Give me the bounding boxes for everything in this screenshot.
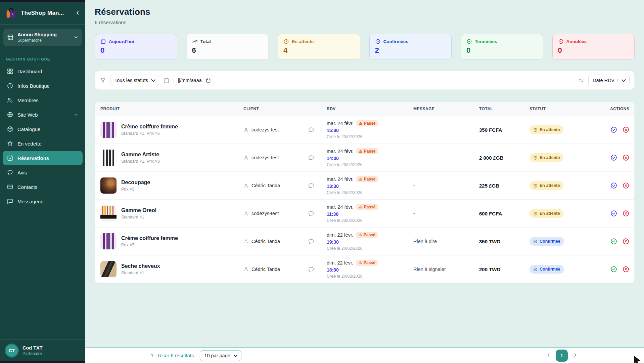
x-circle-icon bbox=[558, 39, 564, 44]
product-thumbnail bbox=[100, 261, 117, 277]
confirm-button[interactable] bbox=[610, 238, 617, 245]
chat-bubble-button[interactable] bbox=[308, 266, 315, 273]
info-circle-icon bbox=[7, 82, 13, 89]
rdv-date: dim. 22 févr. bbox=[327, 232, 353, 238]
envelope-icon bbox=[7, 184, 13, 190]
date-placeholder: jj/mm/aaaa bbox=[178, 78, 202, 83]
chevron-down-icon bbox=[73, 35, 79, 40]
passe-badge: Passé bbox=[356, 176, 378, 182]
product-thumbnail bbox=[100, 150, 117, 166]
sidebar-item-site-web[interactable]: Site Web bbox=[3, 108, 83, 122]
page-subtitle: 6 réservations bbox=[95, 19, 635, 25]
stat-value: 2 bbox=[375, 46, 446, 55]
total-cell: 350 FCFA bbox=[479, 127, 530, 133]
cancel-button[interactable] bbox=[622, 126, 630, 133]
rdv-created: Créé le 23/02/2026 bbox=[327, 218, 413, 223]
cancel-button[interactable] bbox=[622, 266, 630, 273]
stat-value: 0 bbox=[100, 46, 172, 55]
chat-bubble-button[interactable] bbox=[308, 210, 315, 217]
status-badge: En attente bbox=[530, 153, 563, 162]
sort-select[interactable]: Date RDV ↑ bbox=[588, 75, 630, 86]
app-title: TheShop Man... bbox=[21, 10, 71, 16]
table-header: PRODUIT CLIENT RDV MESSAGE TOTAL STATUT … bbox=[95, 102, 634, 116]
box-icon bbox=[7, 126, 13, 132]
confirm-button[interactable] bbox=[610, 182, 617, 189]
warning-icon bbox=[358, 261, 362, 265]
chevron-down-icon bbox=[74, 112, 79, 117]
sidebar-item-avis[interactable]: Avis bbox=[3, 165, 83, 179]
table-row: Crème coiffure femme Prix ×7 Cédric Tand… bbox=[95, 227, 634, 255]
cancel-button[interactable] bbox=[622, 238, 630, 245]
client-name: Cédric Tanda bbox=[251, 183, 280, 188]
reservations-table: PRODUIT CLIENT RDV MESSAGE TOTAL STATUT … bbox=[95, 102, 635, 283]
product-variant: Prix ×3 bbox=[121, 187, 150, 192]
sidebar-item-en-vedette[interactable]: En vedette bbox=[3, 136, 83, 151]
sidebar-user-card[interactable]: CT Cod TXT Partenaire bbox=[0, 339, 85, 363]
date-filter-input[interactable]: jj/mm/aaaa bbox=[174, 75, 215, 86]
stat-card-confirmees[interactable]: Confirmées 2 bbox=[369, 34, 452, 59]
user-gear-icon bbox=[7, 97, 13, 104]
column-header-client: CLIENT bbox=[243, 107, 327, 111]
chat-bubble-button[interactable] bbox=[308, 182, 315, 189]
date-picker-icon bbox=[206, 78, 211, 83]
product-thumbnail bbox=[100, 205, 117, 221]
sidebar-section-label: GESTION BOUTIQUE bbox=[0, 54, 85, 64]
message-cell: Rien à signaler bbox=[413, 267, 479, 272]
confirm-button[interactable] bbox=[610, 210, 617, 217]
sidebar-item-label: Messagerie bbox=[17, 199, 44, 204]
sidebar-item-catalogue[interactable]: Catalogue bbox=[3, 122, 83, 136]
person-icon bbox=[243, 155, 249, 160]
person-icon bbox=[243, 239, 249, 244]
confirm-button[interactable] bbox=[610, 266, 617, 273]
calendar-icon bbox=[163, 77, 170, 84]
table-row: Seche cheveux Standard ×1 Cédric Tanda d… bbox=[95, 255, 634, 283]
product-variant: Standard ×1, Prix ×3 bbox=[121, 159, 160, 164]
previous-page-button[interactable] bbox=[545, 352, 552, 359]
sidebar-item-membres[interactable]: Membres bbox=[3, 93, 83, 107]
next-page-button[interactable] bbox=[572, 352, 579, 359]
chevron-left-icon bbox=[75, 10, 81, 16]
sidebar: TheShop Man... Annou Shopping Supermarch… bbox=[0, 0, 85, 363]
sidebar-item-label: Avis bbox=[17, 170, 27, 175]
confirm-button[interactable] bbox=[610, 154, 617, 161]
chevron-left-icon bbox=[546, 352, 551, 358]
stat-card-annulees[interactable]: Annulées 0 bbox=[552, 34, 635, 59]
stat-card-terminees[interactable]: Terminées 0 bbox=[461, 34, 543, 59]
shop-type: Supermarché bbox=[17, 38, 70, 43]
sidebar-item-reservations[interactable]: Réservations bbox=[3, 151, 83, 165]
cancel-button[interactable] bbox=[622, 210, 630, 217]
chat-bubble-button[interactable] bbox=[308, 126, 315, 133]
chat-bubble-icon bbox=[308, 210, 315, 217]
app-window: TheShop Man... Annou Shopping Supermarch… bbox=[0, 0, 644, 363]
stat-card-en-attente[interactable]: En attente 4 bbox=[278, 34, 360, 59]
chat-bubble-button[interactable] bbox=[308, 238, 315, 245]
message-cell: - bbox=[413, 127, 479, 132]
sidebar-item-dashboard[interactable]: Dashboard bbox=[3, 64, 83, 78]
page-1-button[interactable]: 1 bbox=[556, 350, 568, 362]
shop-selector[interactable]: Annou Shopping Supermarché bbox=[3, 29, 82, 46]
cancel-button[interactable] bbox=[622, 182, 630, 189]
status-badge: En attente bbox=[530, 125, 563, 134]
sidebar-item-infos-boutique[interactable]: Infos Boutique bbox=[3, 79, 83, 93]
cancel-button[interactable] bbox=[622, 154, 630, 161]
rdv-created: Créé le 20/02/2026 bbox=[327, 274, 413, 279]
stat-card-total[interactable]: Total 6 bbox=[186, 34, 269, 59]
status-filter-select[interactable]: Tous les statuts bbox=[110, 75, 159, 86]
sidebar-collapse-button[interactable] bbox=[74, 9, 81, 17]
sidebar-item-label: Membres bbox=[17, 97, 39, 103]
per-page-select[interactable]: 10 par page bbox=[200, 350, 241, 361]
sidebar-item-messagerie[interactable]: Messagerie bbox=[3, 194, 83, 208]
chat-bubble-icon bbox=[308, 154, 315, 161]
shop-texts: Annou Shopping Supermarché bbox=[17, 32, 70, 43]
rdv-time: 15:30 bbox=[327, 128, 413, 133]
chat-bubble-icon bbox=[308, 266, 315, 273]
check-circle-icon bbox=[375, 39, 381, 44]
sidebar-item-contacts[interactable]: Contacts bbox=[3, 180, 83, 194]
status-badge: En attente bbox=[530, 209, 563, 218]
stat-card-aujourdhui[interactable]: Aujourd'hui 0 bbox=[95, 34, 177, 59]
chat-bubble-button[interactable] bbox=[308, 154, 315, 161]
chat-bubble-icon bbox=[308, 182, 315, 189]
clock-icon bbox=[533, 128, 538, 132]
sidebar-item-label: Catalogue bbox=[17, 126, 40, 132]
confirm-button[interactable] bbox=[610, 126, 617, 133]
